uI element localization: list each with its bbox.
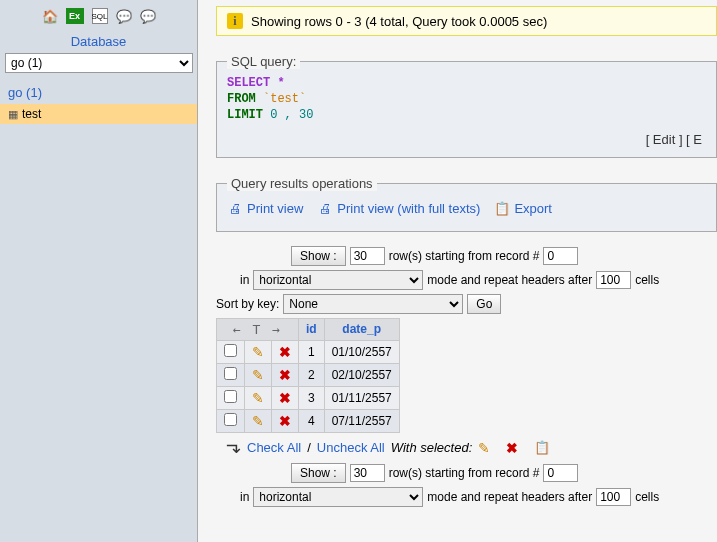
table-link[interactable]: ▦ test: [0, 104, 197, 124]
print-icon: 🖨: [227, 201, 243, 217]
export-link[interactable]: 📋 Export: [494, 201, 552, 217]
database-label: Database: [0, 32, 197, 51]
show-rows-input[interactable]: [350, 247, 385, 265]
info-icon: i: [227, 13, 243, 29]
notice-bar: i Showing rows 0 - 3 (4 total, Query too…: [216, 6, 717, 36]
show-button[interactable]: Show :: [291, 246, 346, 266]
mode-select[interactable]: horizontal: [253, 270, 423, 290]
table-icon: ▦: [8, 108, 18, 121]
delete-selected-icon[interactable]: ✖: [506, 440, 518, 456]
row-checkbox[interactable]: [224, 390, 237, 403]
show-rows-input-bottom[interactable]: [350, 464, 385, 482]
results-table: ← T → id date_p ✎✖101/10/2557✎✖202/10/25…: [216, 318, 400, 433]
arrow-up-icon: ↳: [223, 440, 245, 455]
cell-id: 4: [299, 409, 325, 432]
repeat-input[interactable]: [596, 271, 631, 289]
ops-legend: Query results operations: [227, 176, 377, 191]
sort-select[interactable]: None: [283, 294, 463, 314]
sql-legend: SQL query:: [227, 54, 300, 69]
edit-link[interactable]: Edit: [653, 132, 675, 147]
edit-selected-icon[interactable]: ✎: [478, 440, 490, 456]
query-ops-box: Query results operations 🖨 Print view 🖨 …: [216, 176, 717, 232]
edit-row-icon[interactable]: ✎: [252, 413, 264, 429]
sql-text: SELECT * FROM `test` LIMIT 0 , 30: [227, 75, 706, 124]
row-checkbox[interactable]: [224, 344, 237, 357]
home-icon[interactable]: 🏠: [42, 8, 58, 24]
delete-row-icon[interactable]: ✖: [279, 367, 291, 383]
table-row: ✎✖407/11/2557: [217, 409, 400, 432]
notice-text: Showing rows 0 - 3 (4 total, Query took …: [251, 14, 547, 29]
sql-query-box: SQL query: SELECT * FROM `test` LIMIT 0 …: [216, 54, 717, 158]
export-icon: 📋: [494, 201, 510, 217]
export-selected-icon[interactable]: 📋: [534, 440, 550, 455]
delete-row-icon[interactable]: ✖: [279, 344, 291, 360]
arrow-header: ← T →: [233, 322, 282, 337]
nav-icons: 🏠 Ex SQL 💬 💬: [0, 0, 197, 32]
cell-id: 3: [299, 386, 325, 409]
repeat-label: mode and repeat headers after: [427, 273, 592, 287]
row-checkbox[interactable]: [224, 367, 237, 380]
database-select[interactable]: go (1): [5, 53, 193, 73]
rows-label: row(s) starting from record #: [389, 249, 540, 263]
check-row: ↳ Check All / Uncheck All With selected:…: [216, 433, 717, 463]
controls-bottom: Show : row(s) starting from record # in …: [216, 463, 717, 507]
row-checkbox[interactable]: [224, 413, 237, 426]
start-record-input[interactable]: [543, 247, 578, 265]
col-id[interactable]: id: [299, 318, 325, 340]
delete-row-icon[interactable]: ✖: [279, 413, 291, 429]
in-label: in: [240, 273, 249, 287]
table-row: ✎✖202/10/2557: [217, 363, 400, 386]
go-button[interactable]: Go: [467, 294, 501, 314]
cell-id: 1: [299, 340, 325, 363]
print-full-link[interactable]: 🖨 Print view (with full texts): [317, 201, 480, 217]
show-button-bottom[interactable]: Show :: [291, 463, 346, 483]
cell-id: 2: [299, 363, 325, 386]
repeat-input-bottom[interactable]: [596, 488, 631, 506]
edit-row-icon[interactable]: ✎: [252, 390, 264, 406]
database-link[interactable]: go (1): [0, 81, 197, 104]
main-content: i Showing rows 0 - 3 (4 total, Query too…: [198, 0, 717, 542]
cell-date: 01/11/2557: [324, 386, 399, 409]
edit-row-icon[interactable]: ✎: [252, 367, 264, 383]
exit-icon[interactable]: Ex: [66, 8, 84, 24]
print-view-link[interactable]: 🖨 Print view: [227, 201, 303, 217]
delete-row-icon[interactable]: ✖: [279, 390, 291, 406]
edit-row: [ Edit ] [ E: [227, 124, 706, 147]
cell-date: 02/10/2557: [324, 363, 399, 386]
query-icon[interactable]: 💬: [116, 8, 132, 24]
check-all-link[interactable]: Check All: [247, 440, 301, 455]
sidebar: 🏠 Ex SQL 💬 💬 Database go (1) go (1) ▦ te…: [0, 0, 198, 542]
table-row: ✎✖101/10/2557: [217, 340, 400, 363]
uncheck-all-link[interactable]: Uncheck All: [317, 440, 385, 455]
cells-label: cells: [635, 273, 659, 287]
controls-top: Show : row(s) starting from record # in …: [216, 246, 717, 314]
print-icon: 🖨: [317, 201, 333, 217]
with-selected-label: With selected:: [391, 440, 473, 455]
table-name: test: [22, 107, 41, 121]
edit-row-icon[interactable]: ✎: [252, 344, 264, 360]
mode-select-bottom[interactable]: horizontal: [253, 487, 423, 507]
table-row: ✎✖301/11/2557: [217, 386, 400, 409]
sort-label: Sort by key:: [216, 297, 279, 311]
cell-date: 01/10/2557: [324, 340, 399, 363]
query-sql-icon[interactable]: 💬: [140, 8, 156, 24]
cell-date: 07/11/2557: [324, 409, 399, 432]
start-record-input-bottom[interactable]: [543, 464, 578, 482]
col-date[interactable]: date_p: [324, 318, 399, 340]
sql-icon[interactable]: SQL: [92, 8, 108, 24]
